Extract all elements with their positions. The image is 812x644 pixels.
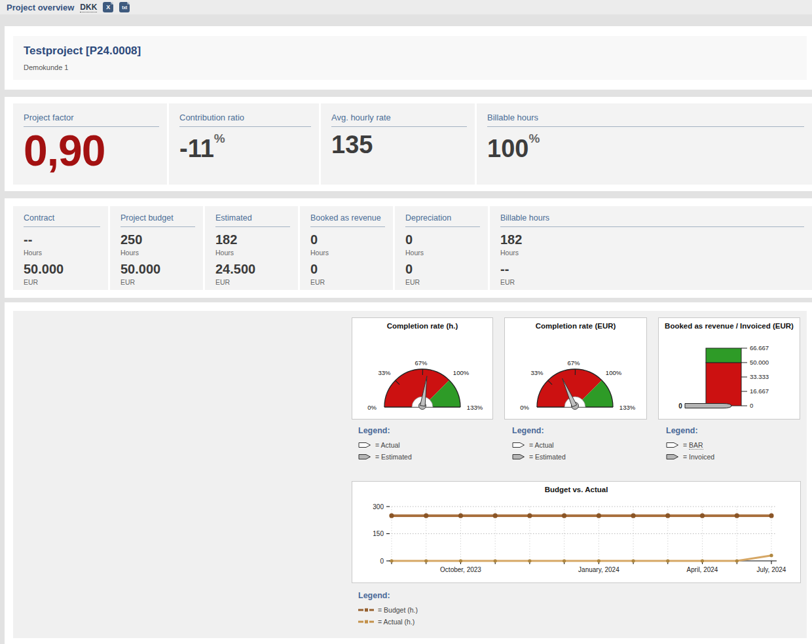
pointer-value-label: 0 <box>678 402 682 410</box>
stat-eur-value: -- <box>500 262 812 277</box>
chart-title: Budget vs. Actual <box>352 482 800 497</box>
chart-title: Booked as revenue / Invoiced (EUR) <box>659 318 800 334</box>
project-title: Testproject [P24.0008] <box>24 45 807 58</box>
customer-name: Demokunde 1 <box>24 63 807 71</box>
kpi-label: Avg. hourly rate <box>331 113 467 127</box>
stat-card-booked-as-revenue: Booked as revenue 0 Hours 0 EUR <box>300 206 393 290</box>
bar-chart-svg: 66.667 50.000 33.333 16.667 0 0 <box>659 334 800 416</box>
axis-label: 33.333 <box>750 373 769 380</box>
hours-unit: Hours <box>405 249 488 257</box>
legend-title: Legend: <box>512 426 566 435</box>
bar-pointer <box>685 404 731 408</box>
percent-suffix: % <box>214 132 225 145</box>
axis-label: 16.667 <box>750 387 769 395</box>
eur-unit: EUR <box>215 278 298 286</box>
gauge-completion-eur: Completion rate (EUR) 0% 33% 67% 100% 13… <box>504 317 647 420</box>
stat-hours-value: -- <box>24 232 108 247</box>
bar-green-segment <box>706 348 741 363</box>
eur-unit: EUR <box>310 278 393 286</box>
kpi-label: Billable hours <box>487 113 804 127</box>
stat-card-contract: Contract -- Hours 50.000 EUR <box>13 206 108 290</box>
legend-item-estimated: = Estimated <box>358 453 412 461</box>
project-header-card: Testproject [P24.0008] Demokunde 1 <box>13 36 807 80</box>
x-tick-label: October, 2023 <box>440 566 481 573</box>
x-tick-label: April, 2024 <box>687 566 718 573</box>
legend-gauge-eur: Legend: = Actual = Estimated <box>512 426 566 465</box>
stat-label: Estimated <box>215 213 290 227</box>
gauge-completion-hours: Completion rate (h.) 0% 33% 67% 100% 133… <box>352 317 493 420</box>
stat-card-project-budget: Project budget 250 Hours 50.000 EUR <box>110 206 203 290</box>
page-title: Project overview <box>7 3 74 12</box>
stat-hours-value: 182 <box>215 232 298 247</box>
kpi-card-avg-hourly-rate: Avg. hourly rate 135 <box>321 103 475 185</box>
legend-item-actual: = Actual (h.) <box>358 618 418 626</box>
currency-link[interactable]: DKK <box>80 3 97 12</box>
chart-title: Completion rate (EUR) <box>505 318 646 334</box>
axis-label: 0 <box>750 402 753 409</box>
actual-series <box>390 554 773 563</box>
stat-label: Project budget <box>120 213 195 227</box>
excel-export-icon[interactable]: X <box>103 2 113 12</box>
stat-hours-value: 0 <box>310 232 393 247</box>
estimated-needle-swatch <box>512 454 525 460</box>
gauge-tick-label: 67% <box>567 359 580 367</box>
stat-hours-value: 182 <box>500 232 812 247</box>
gauge-tick-label: 33% <box>378 369 391 376</box>
txt-export-icon[interactable]: txt <box>119 2 130 12</box>
eur-unit: EUR <box>120 278 203 286</box>
stat-eur-value: 50.000 <box>120 262 203 277</box>
stat-label: Depreciation <box>405 213 480 227</box>
invoiced-pointer-swatch <box>666 454 679 460</box>
actual-line-swatch <box>358 619 374 624</box>
gauge-tick-label: 133% <box>467 404 483 411</box>
eur-unit: EUR <box>24 278 108 286</box>
hours-unit: Hours <box>310 249 393 257</box>
legend-title: Legend: <box>358 591 418 600</box>
stat-eur-value: 24.500 <box>215 262 298 277</box>
line-chart-svg: 300 150 0 <box>352 497 800 581</box>
axis-label: 66.667 <box>750 344 769 351</box>
stat-label: Booked as revenue <box>310 213 385 227</box>
legend-item-estimated: = Estimated <box>512 453 566 461</box>
kpi-value-avg-hourly-rate: 135 <box>331 132 475 158</box>
stat-eur-value: 0 <box>405 262 488 277</box>
estimated-needle-swatch <box>358 454 371 460</box>
x-tick-label: July, 2024 <box>757 566 786 573</box>
kpi-card-project-factor: Project factor 0,90 <box>13 103 167 185</box>
hours-unit: Hours <box>24 249 108 257</box>
chart-title: Completion rate (h.) <box>352 318 492 334</box>
hours-unit: Hours <box>215 249 298 257</box>
gauge-hours-svg: 0% 33% 67% 100% 133% <box>352 334 492 416</box>
eur-unit: EUR <box>500 278 812 286</box>
kpi-value-project-factor: 0,90 <box>24 128 167 173</box>
stat-eur-value: 50.000 <box>24 262 108 277</box>
stat-card-estimated: Estimated 182 Hours 24.500 EUR <box>205 206 298 290</box>
kpi-card-billable-hours: Billable hours 100% <box>477 103 812 185</box>
actual-needle-swatch <box>512 442 525 448</box>
charts-card: Completion rate (h.) 0% 33% 67% 100% 133… <box>13 311 807 638</box>
legend-title: Legend: <box>358 426 412 435</box>
legend-item-invoiced: = Invoiced <box>666 453 714 461</box>
stats-panel: Contract -- Hours 50.000 EUR Project bud… <box>5 198 812 298</box>
gauge-eur-svg: 0% 33% 67% 100% 133% <box>505 334 645 416</box>
gauge-tick-label: 0% <box>367 404 377 411</box>
gauge-tick-label: 100% <box>453 369 470 376</box>
budget-line-swatch <box>358 607 374 613</box>
legend-item-actual: = Actual <box>358 441 412 449</box>
legend-gauge-hours: Legend: = Actual = Estimated <box>358 426 412 465</box>
legend-item-budget: = Budget (h.) <box>358 606 418 614</box>
gauge-tick-label: 133% <box>619 404 636 411</box>
gauge-tick-label: 0% <box>520 404 529 411</box>
line-budget-vs-actual: Budget vs. Actual <box>352 481 801 583</box>
bar-term-link[interactable]: BAR <box>689 441 703 450</box>
hours-unit: Hours <box>500 249 812 257</box>
stat-card-billable-hours: Billable hours 182 Hours -- EUR <box>490 206 812 290</box>
kpi-label: Project factor <box>24 113 159 127</box>
gauge-tick-label: 100% <box>606 369 622 376</box>
stat-eur-value: 0 <box>310 262 393 277</box>
bar-booked-invoiced: Booked as revenue / Invoiced (EUR) 66.66… <box>658 317 800 420</box>
legend-line-chart: Legend: = Budget (h.) = Actual (h.) <box>358 591 418 630</box>
gauge-tick-label: 33% <box>530 369 544 376</box>
stat-hours-value: 0 <box>405 232 488 247</box>
budget-series <box>389 513 773 518</box>
